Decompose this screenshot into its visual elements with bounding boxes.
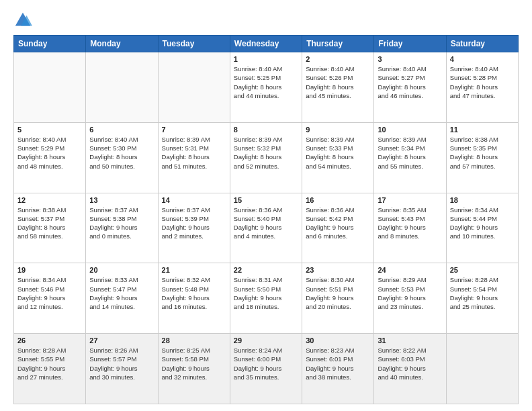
- calendar-cell: 27Sunrise: 8:26 AM Sunset: 5:57 PM Dayli…: [86, 334, 158, 404]
- day-info: Sunrise: 8:40 AM Sunset: 5:29 PM Dayligh…: [17, 135, 82, 171]
- day-info: Sunrise: 8:32 AM Sunset: 5:48 PM Dayligh…: [162, 275, 226, 311]
- calendar-cell: 16Sunrise: 8:36 AM Sunset: 5:42 PM Dayli…: [302, 193, 374, 263]
- calendar-cell: 6Sunrise: 8:40 AM Sunset: 5:30 PM Daylig…: [86, 122, 158, 193]
- calendar-week-1: 1Sunrise: 8:40 AM Sunset: 5:25 PM Daylig…: [14, 52, 519, 123]
- day-info: Sunrise: 8:40 AM Sunset: 5:27 PM Dayligh…: [378, 64, 442, 100]
- day-number: 20: [89, 266, 154, 274]
- day-info: Sunrise: 8:24 AM Sunset: 6:00 PM Dayligh…: [234, 346, 298, 381]
- day-number: 21: [162, 266, 226, 274]
- day-info: Sunrise: 8:28 AM Sunset: 5:54 PM Dayligh…: [450, 275, 515, 311]
- calendar-cell: 13Sunrise: 8:37 AM Sunset: 5:38 PM Dayli…: [86, 193, 158, 263]
- calendar-cell: 8Sunrise: 8:39 AM Sunset: 5:32 PM Daylig…: [230, 122, 302, 193]
- page: Sunday Monday Tuesday Wednesday Thursday…: [0, 0, 532, 411]
- day-number: 8: [234, 126, 298, 134]
- day-number: 22: [234, 266, 298, 274]
- day-info: Sunrise: 8:23 AM Sunset: 6:01 PM Dayligh…: [306, 346, 370, 381]
- calendar-cell: 10Sunrise: 8:39 AM Sunset: 5:34 PM Dayli…: [374, 122, 446, 193]
- day-number: 30: [306, 336, 370, 345]
- day-number: 11: [450, 126, 515, 134]
- day-number: 10: [378, 126, 442, 134]
- day-info: Sunrise: 8:33 AM Sunset: 5:47 PM Dayligh…: [89, 275, 154, 311]
- day-info: Sunrise: 8:39 AM Sunset: 5:33 PM Dayligh…: [306, 135, 370, 171]
- calendar-cell: 24Sunrise: 8:29 AM Sunset: 5:53 PM Dayli…: [374, 263, 446, 334]
- day-info: Sunrise: 8:30 AM Sunset: 5:51 PM Dayligh…: [306, 275, 370, 311]
- calendar-cell: 12Sunrise: 8:38 AM Sunset: 5:37 PM Dayli…: [14, 193, 86, 263]
- header-thursday: Thursday: [302, 36, 374, 52]
- calendar-cell: 5Sunrise: 8:40 AM Sunset: 5:29 PM Daylig…: [14, 122, 86, 193]
- calendar-cell: 28Sunrise: 8:25 AM Sunset: 5:58 PM Dayli…: [158, 334, 230, 404]
- day-info: Sunrise: 8:36 AM Sunset: 5:42 PM Dayligh…: [306, 205, 370, 241]
- calendar-week-4: 19Sunrise: 8:34 AM Sunset: 5:46 PM Dayli…: [14, 263, 519, 334]
- day-number: 23: [306, 266, 370, 274]
- day-info: Sunrise: 8:36 AM Sunset: 5:40 PM Dayligh…: [234, 205, 298, 241]
- day-number: 6: [89, 126, 154, 134]
- day-number: 29: [234, 336, 298, 345]
- day-info: Sunrise: 8:38 AM Sunset: 5:35 PM Dayligh…: [450, 135, 515, 171]
- day-info: Sunrise: 8:26 AM Sunset: 5:57 PM Dayligh…: [89, 346, 154, 381]
- day-number: 31: [378, 336, 442, 345]
- day-number: 16: [306, 196, 370, 204]
- calendar-cell: 22Sunrise: 8:31 AM Sunset: 5:50 PM Dayli…: [230, 263, 302, 334]
- day-info: Sunrise: 8:38 AM Sunset: 5:37 PM Dayligh…: [17, 205, 82, 241]
- header-monday: Monday: [86, 36, 158, 52]
- calendar-week-5: 26Sunrise: 8:28 AM Sunset: 5:55 PM Dayli…: [14, 334, 519, 404]
- day-number: 17: [378, 196, 442, 204]
- calendar-cell: 21Sunrise: 8:32 AM Sunset: 5:48 PM Dayli…: [158, 263, 230, 334]
- day-info: Sunrise: 8:28 AM Sunset: 5:55 PM Dayligh…: [17, 346, 82, 381]
- day-number: 19: [17, 266, 82, 274]
- calendar-cell: 9Sunrise: 8:39 AM Sunset: 5:33 PM Daylig…: [302, 122, 374, 193]
- calendar-cell: [158, 52, 230, 123]
- day-number: 2: [306, 55, 370, 63]
- calendar-cell: 26Sunrise: 8:28 AM Sunset: 5:55 PM Dayli…: [14, 334, 86, 404]
- header-saturday: Saturday: [446, 36, 518, 52]
- day-number: 14: [162, 196, 226, 204]
- day-number: 26: [17, 336, 82, 345]
- day-info: Sunrise: 8:37 AM Sunset: 5:38 PM Dayligh…: [89, 205, 154, 241]
- calendar-cell: 30Sunrise: 8:23 AM Sunset: 6:01 PM Dayli…: [302, 334, 374, 404]
- day-number: 13: [89, 196, 154, 204]
- day-info: Sunrise: 8:40 AM Sunset: 5:28 PM Dayligh…: [450, 64, 515, 100]
- day-info: Sunrise: 8:37 AM Sunset: 5:39 PM Dayligh…: [162, 205, 226, 241]
- weekday-header-row: Sunday Monday Tuesday Wednesday Thursday…: [14, 36, 519, 52]
- header-tuesday: Tuesday: [158, 36, 230, 52]
- calendar-cell: 3Sunrise: 8:40 AM Sunset: 5:27 PM Daylig…: [374, 52, 446, 123]
- day-info: Sunrise: 8:39 AM Sunset: 5:32 PM Dayligh…: [234, 135, 298, 171]
- calendar-cell: 25Sunrise: 8:28 AM Sunset: 5:54 PM Dayli…: [446, 263, 518, 334]
- calendar-cell: 23Sunrise: 8:30 AM Sunset: 5:51 PM Dayli…: [302, 263, 374, 334]
- calendar-week-3: 12Sunrise: 8:38 AM Sunset: 5:37 PM Dayli…: [14, 193, 519, 263]
- calendar-cell: 17Sunrise: 8:35 AM Sunset: 5:43 PM Dayli…: [374, 193, 446, 263]
- day-number: 28: [162, 336, 226, 345]
- header-wednesday: Wednesday: [230, 36, 302, 52]
- day-info: Sunrise: 8:34 AM Sunset: 5:46 PM Dayligh…: [17, 275, 82, 311]
- calendar-cell: 11Sunrise: 8:38 AM Sunset: 5:35 PM Dayli…: [446, 122, 518, 193]
- day-number: 3: [378, 55, 442, 63]
- calendar-table: Sunday Monday Tuesday Wednesday Thursday…: [13, 35, 519, 404]
- calendar-cell: 4Sunrise: 8:40 AM Sunset: 5:28 PM Daylig…: [446, 52, 518, 123]
- day-info: Sunrise: 8:25 AM Sunset: 5:58 PM Dayligh…: [162, 346, 226, 381]
- calendar-cell: 31Sunrise: 8:22 AM Sunset: 6:03 PM Dayli…: [374, 334, 446, 404]
- day-number: 27: [89, 336, 154, 345]
- calendar-cell: [86, 52, 158, 123]
- day-info: Sunrise: 8:39 AM Sunset: 5:34 PM Dayligh…: [378, 135, 442, 171]
- day-info: Sunrise: 8:35 AM Sunset: 5:43 PM Dayligh…: [378, 205, 442, 241]
- calendar-cell: 2Sunrise: 8:40 AM Sunset: 5:26 PM Daylig…: [302, 52, 374, 123]
- calendar-week-2: 5Sunrise: 8:40 AM Sunset: 5:29 PM Daylig…: [14, 122, 519, 193]
- day-number: 24: [378, 266, 442, 274]
- day-info: Sunrise: 8:40 AM Sunset: 5:25 PM Dayligh…: [234, 64, 298, 100]
- day-number: 5: [17, 126, 82, 134]
- header: [13, 11, 519, 30]
- day-number: 25: [450, 266, 515, 274]
- calendar-cell: 7Sunrise: 8:39 AM Sunset: 5:31 PM Daylig…: [158, 122, 230, 193]
- day-number: 12: [17, 196, 82, 204]
- header-friday: Friday: [374, 36, 446, 52]
- day-number: 7: [162, 126, 226, 134]
- day-info: Sunrise: 8:31 AM Sunset: 5:50 PM Dayligh…: [234, 275, 298, 311]
- day-number: 1: [234, 55, 298, 63]
- day-info: Sunrise: 8:34 AM Sunset: 5:44 PM Dayligh…: [450, 205, 515, 241]
- logo: [13, 11, 35, 30]
- day-number: 9: [306, 126, 370, 134]
- day-info: Sunrise: 8:29 AM Sunset: 5:53 PM Dayligh…: [378, 275, 442, 311]
- calendar-cell: 14Sunrise: 8:37 AM Sunset: 5:39 PM Dayli…: [158, 193, 230, 263]
- calendar-cell: 15Sunrise: 8:36 AM Sunset: 5:40 PM Dayli…: [230, 193, 302, 263]
- day-info: Sunrise: 8:40 AM Sunset: 5:26 PM Dayligh…: [306, 64, 370, 100]
